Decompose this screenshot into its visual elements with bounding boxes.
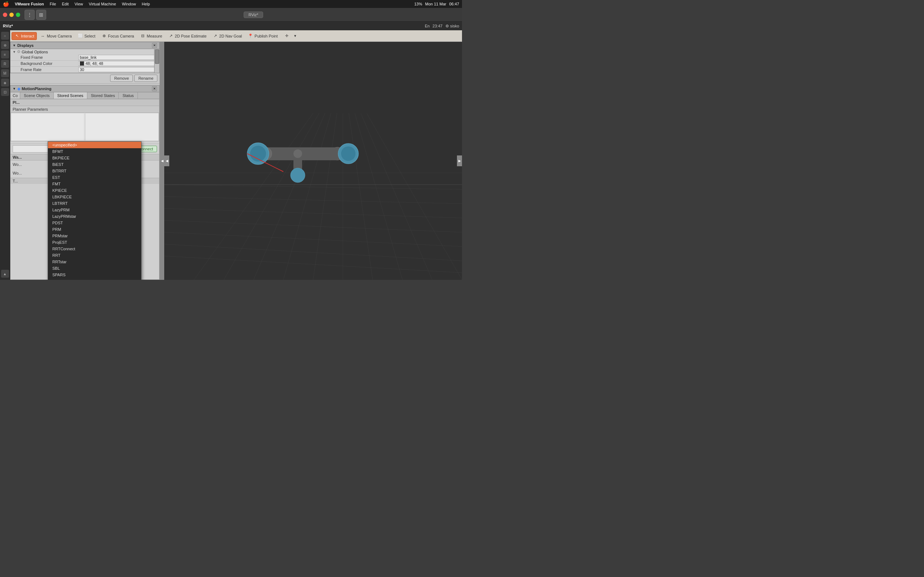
edit-menu[interactable]: Edit <box>62 2 69 6</box>
focus-camera-tool[interactable]: ⊕ Focus Camera <box>99 32 136 40</box>
dropdown-item-kpiece[interactable]: KPIECE <box>48 187 141 193</box>
time-display: 06:47 <box>449 2 459 6</box>
displays-panel-header: ▼ Displays ✕ <box>10 42 159 49</box>
sidebar-toggle-btn[interactable]: ⋮ <box>24 10 35 20</box>
bg-color-value[interactable]: 48; 48; 48 <box>78 61 157 66</box>
tool-dropdown-btn[interactable]: ▾ <box>292 32 299 39</box>
planner-dropdown[interactable]: <unspecified> BFMT BKPIECE BiEST BiTRRT … <box>48 141 142 280</box>
dropdown-item-prm[interactable]: PRM <box>48 226 141 233</box>
sidebar-icon-5[interactable]: M <box>1 69 9 77</box>
global-options-label: Global Options <box>22 50 48 54</box>
sidebar-icon-bottom[interactable]: ▲ <box>1 270 9 278</box>
tab-co[interactable]: Co <box>10 92 20 99</box>
tab-scene-objects[interactable]: Scene Objects <box>20 92 54 99</box>
dropdown-item-sbl[interactable]: SBL <box>48 265 141 272</box>
fixed-frame-value[interactable]: base_link <box>78 55 157 60</box>
sidebar-icon-2[interactable]: ⊕ <box>1 41 9 49</box>
view-menu[interactable]: View <box>74 2 83 6</box>
color-swatch <box>80 61 84 66</box>
plan-label: Pl... <box>13 100 20 105</box>
system-tray-right: En 23:47 ⚙ sisko <box>425 24 459 29</box>
left-sidebar: ○ ⊕ ≡ R M ◈ ⊡ ▲ <box>0 30 10 280</box>
pose-estimate-tool[interactable]: ↗ 2D Pose Estimate <box>165 32 209 40</box>
tab-status[interactable]: Status <box>119 92 137 99</box>
sidebar-icon-3[interactable]: ≡ <box>1 50 9 58</box>
dropdown-item-lbkpiece[interactable]: LBKPIECE <box>48 193 141 200</box>
dropdown-item-bfmt[interactable]: BFMT <box>48 148 141 155</box>
add-tool-btn[interactable]: ✛ <box>283 32 291 39</box>
dropdown-item-bkpiece[interactable]: BKPIECE <box>48 155 141 161</box>
maximize-button[interactable] <box>16 13 20 17</box>
dropdown-item-rrt[interactable]: RRT <box>48 252 141 259</box>
global-options-row[interactable]: ▼ ⚙ Global Options <box>10 49 159 55</box>
mac-menubar: 🍎 VMware Fusion File Edit View Virtual M… <box>0 0 462 8</box>
dropdown-item-rrtconnect[interactable]: RRTConnect <box>48 246 141 252</box>
dropdown-item-unspecified[interactable]: <unspecified> <box>48 142 141 148</box>
move-camera-label: Move Camera <box>47 34 72 38</box>
rename-button[interactable]: Rename <box>134 75 157 82</box>
close-button[interactable] <box>3 13 7 17</box>
svg-point-30 <box>291 168 305 182</box>
dropdown-item-prmstar[interactable]: PRMstar <box>48 233 141 239</box>
nav-goal-tool[interactable]: ↗ 2D Nav Goal <box>210 32 244 40</box>
left-panel-collapse[interactable]: ◀ <box>160 42 164 280</box>
plan-section-header: Pl... <box>10 99 159 106</box>
help-menu[interactable]: Help <box>142 2 150 6</box>
dropdown-item-projest[interactable]: ProjEST <box>48 239 141 246</box>
move-camera-tool[interactable]: ↔ Move Camera <box>37 32 74 40</box>
mac-toolbar: ⋮ ⊞ RViz* <box>0 8 462 22</box>
pose-estimate-label: 2D Pose Estimate <box>175 34 207 38</box>
select-icon: ⬜ <box>78 33 83 39</box>
motion-panel-close-btn[interactable]: ✕ <box>152 86 157 91</box>
sidebar-icon-6[interactable]: ◈ <box>1 79 9 87</box>
viewport-left-collapse[interactable]: ◀ <box>164 155 169 166</box>
panels-area: ▼ Displays ✕ ▼ ⚙ Global Options F <box>10 42 462 280</box>
sidebar-icon-4[interactable]: R <box>1 60 9 68</box>
measure-tool[interactable]: ⊟ Measure <box>137 32 165 40</box>
dropdown-item-bitrrt[interactable]: BiTRRT <box>48 168 141 174</box>
displays-close-btn[interactable]: ✕ <box>152 43 157 48</box>
frame-rate-value[interactable]: 30 <box>78 67 157 72</box>
settings-tray: ⚙ sisko <box>446 24 459 29</box>
select-tool[interactable]: ⬜ Select <box>75 32 98 40</box>
dropdown-item-biest[interactable]: BiEST <box>48 161 141 168</box>
params-cell-2 <box>85 113 159 141</box>
dropdown-item-pdst[interactable]: PDST <box>48 220 141 226</box>
global-options-expand[interactable]: ▼ <box>13 50 16 54</box>
date-display: Mon 11 Mar <box>425 2 446 6</box>
minimize-button[interactable] <box>10 13 14 17</box>
dropdown-item-spars[interactable]: SPARS <box>48 272 141 278</box>
tab-stored-states[interactable]: Stored States <box>87 92 119 99</box>
dropdown-item-lazyprm[interactable]: LazyPRM <box>48 206 141 213</box>
dropdown-item-lbtrrt[interactable]: LBTRRT <box>48 200 141 206</box>
bookmarks-btn[interactable]: ⊞ <box>36 10 46 20</box>
vm-menu[interactable]: Virtual Machine <box>89 2 116 6</box>
vmware-menu[interactable]: VMware Fusion <box>15 2 44 6</box>
sidebar-icon-1[interactable]: ○ <box>1 32 9 40</box>
displays-scrollbar[interactable] <box>154 49 159 73</box>
motion-panel-expand[interactable]: ▼ <box>13 87 16 90</box>
apple-menu[interactable]: 🍎 <box>3 1 9 7</box>
planner-params-header: Planner Parameters <box>10 106 159 113</box>
focus-camera-label: Focus Camera <box>108 34 134 38</box>
bg-color-row: Background Color 48; 48; 48 <box>10 61 159 67</box>
dropdown-item-rrtstar[interactable]: RRTstar <box>48 259 141 265</box>
time-tray: 23:47 <box>432 24 443 28</box>
file-menu[interactable]: File <box>50 2 56 6</box>
3d-viewport[interactable]: ▶ ◀ <box>164 42 462 280</box>
window-menu[interactable]: Window <box>122 2 136 6</box>
displays-scroll-thumb[interactable] <box>155 49 159 64</box>
remove-button[interactable]: Remove <box>110 75 133 82</box>
dropdown-item-est[interactable]: EST <box>48 174 141 181</box>
tab-stored-scenes[interactable]: Stored Scenes <box>54 92 87 99</box>
viewport-right-collapse[interactable]: ▶ <box>457 155 462 166</box>
dropdown-item-sparstwo[interactable]: SPARStwo <box>48 278 141 280</box>
publish-point-tool[interactable]: 📍 Publish Point <box>245 32 280 40</box>
displays-expand-arrow[interactable]: ▼ <box>13 44 16 47</box>
sidebar-icon-7[interactable]: ⊡ <box>1 88 9 96</box>
dropdown-item-lazyprmstar[interactable]: LazyPRMstar <box>48 213 141 220</box>
dropdown-item-fmt[interactable]: FMT <box>48 181 141 187</box>
interact-tool[interactable]: ↖ Interact <box>11 32 37 40</box>
app-container: ○ ⊕ ≡ R M ◈ ⊡ ▲ ↖ Interact ↔ Move Camera… <box>0 30 462 280</box>
system-status: 13% Mon 11 Mar 06:47 <box>414 2 459 6</box>
